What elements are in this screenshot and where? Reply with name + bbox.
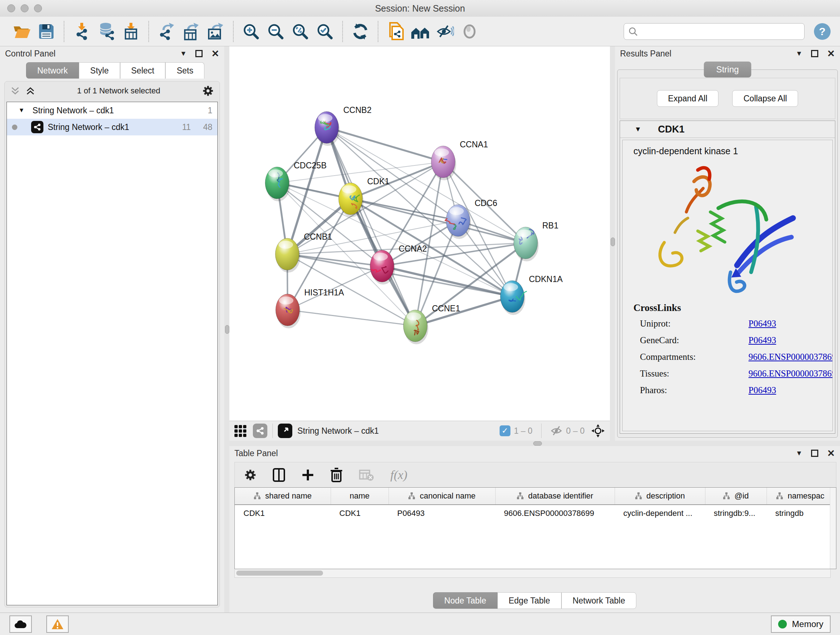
tab-network-table[interactable]: Network Table — [561, 592, 636, 609]
edge-CCNE1-HIST1H1A[interactable] — [287, 310, 415, 326]
table-vertical-scrollbar[interactable] — [830, 488, 836, 569]
network-node-CDC25B[interactable]: CDC25B — [265, 161, 327, 201]
zoom-fit-button[interactable] — [290, 21, 310, 42]
column-header[interactable]: namespac — [767, 488, 834, 505]
column-header[interactable]: database identifier — [495, 488, 615, 505]
edge-CCNB1-CCNA2[interactable] — [287, 254, 382, 266]
selected-nodes-checkbox[interactable]: ✓ — [500, 425, 510, 436]
cell-id[interactable]: stringdb:9... — [705, 505, 767, 522]
expand-all-icon[interactable] — [26, 86, 35, 96]
edge-CCNE1-CDKN1A[interactable] — [415, 296, 512, 326]
grid-view-icon[interactable] — [234, 425, 246, 437]
cell-canonical-name[interactable]: P06493 — [388, 505, 495, 522]
delete-column-icon[interactable] — [330, 468, 343, 482]
save-session-button[interactable] — [36, 21, 57, 42]
column-header[interactable]: canonical name — [388, 488, 495, 505]
import-table-button[interactable] — [121, 21, 141, 42]
hide-selected-button[interactable] — [435, 21, 455, 42]
cell-shared-name[interactable]: CDK1 — [235, 505, 331, 522]
search-input[interactable] — [638, 27, 800, 36]
crosslink-link[interactable]: P06493 — [748, 335, 776, 345]
cell-namespace[interactable]: stringdb — [767, 505, 834, 522]
close-panel-icon[interactable]: ✕ — [211, 48, 219, 59]
table-horizontal-scrollbar[interactable] — [234, 570, 831, 578]
edge-CCNB2-CCNA1[interactable] — [327, 127, 443, 162]
network-node-CDC6[interactable]: CDC6 — [445, 198, 497, 239]
birds-eye-view-icon[interactable] — [278, 424, 292, 438]
crosslink-link[interactable]: P06493 — [748, 318, 776, 329]
search-bar[interactable] — [624, 23, 805, 40]
splitter-handle[interactable] — [225, 325, 229, 334]
crosslink-link[interactable]: 9606.ENSP00000378699 — [748, 352, 833, 362]
table-options-gear-icon[interactable] — [244, 469, 256, 481]
float-panel-icon[interactable] — [195, 50, 202, 57]
edge-CCNA2-CDKN1A[interactable] — [382, 266, 512, 296]
network-row[interactable]: String Network – cdk1 11 48 — [7, 119, 218, 135]
export-image-button[interactable] — [205, 21, 226, 42]
import-network-from-database-button[interactable] — [96, 21, 117, 42]
network-options-gear-icon[interactable] — [202, 85, 214, 97]
column-header[interactable]: description — [615, 488, 705, 505]
tab-edge-table[interactable]: Edge Table — [497, 592, 561, 609]
collection-expand-icon[interactable]: ▼ — [19, 107, 25, 114]
float-panel-icon[interactable] — [811, 450, 818, 457]
panel-menu-icon[interactable]: ▼ — [180, 50, 187, 57]
table-panel-splitter[interactable] — [229, 440, 840, 446]
close-panel-icon[interactable]: ✕ — [827, 48, 835, 59]
fit-content-crosshair-icon[interactable] — [591, 424, 605, 438]
tab-select[interactable]: Select — [120, 62, 166, 79]
open-session-button[interactable] — [11, 21, 32, 42]
zoom-selected-button[interactable] — [315, 21, 335, 42]
export-table-button[interactable] — [181, 21, 201, 42]
crosslink-link[interactable]: 9606.ENSP00000378699 — [748, 369, 833, 379]
node-table[interactable]: shared name name canonical name database… — [234, 487, 836, 569]
collapse-all-icon[interactable] — [11, 86, 20, 96]
cloud-status-button[interactable] — [9, 616, 32, 633]
zoom-out-button[interactable] — [265, 21, 286, 42]
network-node-CCNB2[interactable]: CCNB2 — [315, 105, 371, 146]
results-panel-splitter[interactable] — [610, 46, 615, 440]
float-panel-icon[interactable] — [811, 50, 818, 57]
column-header[interactable]: shared name — [235, 488, 331, 505]
column-header[interactable]: @id — [705, 488, 767, 505]
network-node-CCNA1[interactable]: CCNA1 — [431, 140, 488, 180]
network-node-CCNE1[interactable]: CCNE1 — [403, 304, 460, 344]
panel-menu-icon[interactable]: ▼ — [796, 449, 802, 457]
splitter-handle[interactable] — [611, 238, 615, 246]
first-neighbors-button[interactable] — [410, 21, 431, 42]
network-node-HIST1H1A[interactable]: HIST1H1A — [276, 288, 344, 328]
network-node-RB1[interactable]: RB1 — [514, 221, 559, 261]
crosslink-link[interactable]: P06493 — [748, 385, 776, 395]
memory-button[interactable]: Memory — [771, 616, 831, 633]
panel-menu-icon[interactable]: ▼ — [796, 50, 802, 57]
column-header[interactable]: name — [331, 488, 388, 505]
collapse-gene-icon[interactable]: ▼ — [635, 125, 641, 133]
scrollbar-thumb[interactable] — [236, 570, 323, 576]
cell-database-identifier[interactable]: 9606.ENSP00000378699 — [495, 505, 615, 522]
cell-name[interactable]: CDK1 — [331, 505, 388, 522]
tab-node-table[interactable]: Node Table — [433, 592, 497, 609]
tab-style[interactable]: Style — [79, 62, 120, 79]
tab-string[interactable]: String — [704, 62, 752, 78]
export-network-button[interactable] — [156, 21, 177, 42]
table-row[interactable]: CDK1 CDK1 P06493 9606.ENSP00000378699 cy… — [235, 505, 834, 522]
clone-network-button[interactable] — [386, 21, 406, 42]
network-badge-icon[interactable] — [253, 424, 267, 438]
network-node-CDKN1A[interactable]: CDKN1A — [500, 274, 563, 315]
tab-sets[interactable]: Sets — [165, 62, 204, 79]
expand-all-button[interactable]: Expand All — [657, 90, 719, 107]
collapse-all-button[interactable]: Collapse All — [732, 90, 798, 107]
show-columns-icon[interactable] — [272, 468, 286, 482]
network-graph-canvas[interactable]: CCNB2CCNA1CDC25BCDK1CDC6RB1CCNB1CCNA2CDK… — [229, 46, 610, 421]
zoom-in-button[interactable] — [241, 21, 261, 42]
gene-card-header[interactable]: ▼ CDK1 — [620, 121, 835, 138]
help-button[interactable]: ? — [814, 23, 831, 40]
network-collection-row[interactable]: ▼ String Network – cdk1 1 — [7, 102, 218, 119]
apply-style-button[interactable] — [350, 21, 370, 42]
show-all-button[interactable] — [459, 21, 480, 42]
import-network-button[interactable] — [72, 21, 92, 42]
create-column-icon[interactable] — [302, 469, 314, 481]
control-panel-splitter[interactable] — [224, 46, 229, 613]
close-panel-icon[interactable]: ✕ — [827, 448, 835, 459]
tab-network[interactable]: Network — [26, 62, 79, 79]
